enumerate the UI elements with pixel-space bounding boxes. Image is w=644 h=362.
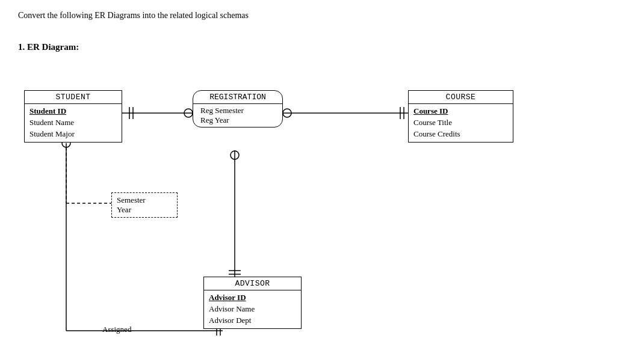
course-attr1: Course Title <box>413 117 508 129</box>
weak-attr1: Semester <box>117 195 172 205</box>
weak-attr-box: Semester Year <box>111 192 178 218</box>
registration-attr2: Reg Year <box>200 115 275 125</box>
advisor-entity: ADVISOR Advisor ID Advisor Name Advisor … <box>203 277 302 329</box>
weak-attr2: Year <box>117 205 172 215</box>
student-header: STUDENT <box>25 91 122 104</box>
svg-point-14 <box>231 151 239 159</box>
course-attr2: Course Credits <box>413 129 508 140</box>
advisor-attr2: Advisor Dept <box>209 315 296 327</box>
svg-point-3 <box>184 109 193 117</box>
advisor-attr1: Advisor Name <box>209 304 296 315</box>
assigned-label: Assigned <box>102 325 131 334</box>
registration-entity: REGISTRATION Reg Semester Reg Year <box>193 90 283 127</box>
student-pk: Student ID <box>29 106 117 117</box>
advisor-header: ADVISOR <box>204 277 301 290</box>
student-entity: STUDENT Student ID Student Name Student … <box>24 90 122 143</box>
svg-point-7 <box>283 109 291 117</box>
advisor-pk: Advisor ID <box>209 292 296 304</box>
er-diagram: STUDENT Student ID Student Name Student … <box>18 72 626 355</box>
registration-header: REGISTRATION <box>193 91 282 104</box>
page-title: Convert the following ER Diagrams into t… <box>18 11 249 20</box>
registration-attr1: Reg Semester <box>200 106 275 115</box>
course-pk: Course ID <box>413 106 508 117</box>
course-header: COURSE <box>409 91 513 104</box>
student-attr2: Student Major <box>29 129 117 140</box>
student-attr1: Student Name <box>29 117 117 129</box>
course-entity: COURSE Course ID Course Title Course Cre… <box>408 90 513 143</box>
section-title: 1. ER Diagram: <box>18 42 79 52</box>
